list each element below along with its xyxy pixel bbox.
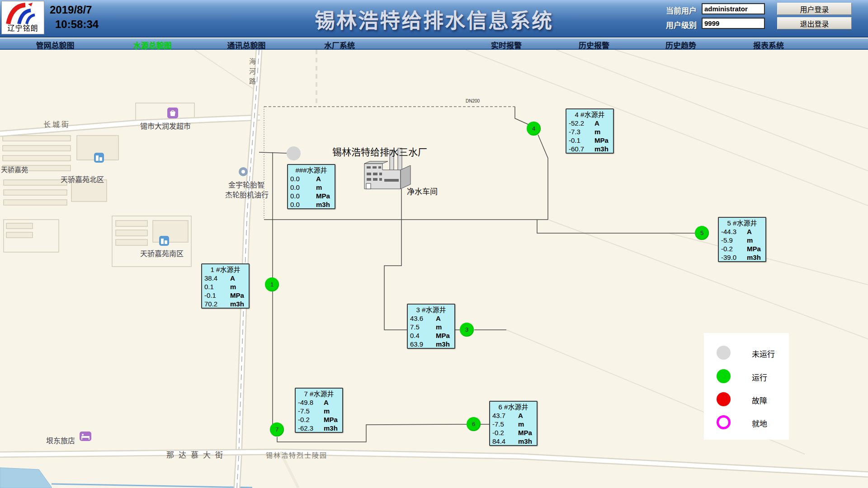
logout-button[interactable]: 退出登录 bbox=[777, 17, 852, 29]
nav-pipe-network-overview[interactable]: 管网总貌图 bbox=[36, 39, 75, 51]
well-current: -49.8 bbox=[298, 398, 313, 407]
unit-label: A bbox=[324, 398, 329, 407]
well-level: -5.9 bbox=[721, 236, 733, 244]
status-legend: 未运行 运行 故障 就地 bbox=[704, 333, 789, 440]
poi-label-tianjiao-south: 天骄嘉苑南区 bbox=[140, 248, 184, 258]
well-status-circle-3[interactable]: 3 bbox=[460, 323, 474, 337]
legend-stopped-label: 未运行 bbox=[752, 348, 775, 359]
unit-label: MPa bbox=[324, 415, 338, 424]
well-box-5[interactable]: 5 #水源井 -44.3A -5.9m -0.2MPa -39.0m3h bbox=[718, 217, 766, 262]
unit-label: m3h bbox=[324, 424, 338, 432]
unit-label: m3h bbox=[518, 437, 532, 446]
well-title: 3 #水源井 bbox=[410, 305, 452, 314]
well-pressure: -0.2 bbox=[492, 428, 504, 437]
legend-fault-icon bbox=[717, 392, 731, 406]
pipe-diameter-label: DN200 bbox=[466, 99, 480, 103]
well-title: ###水源井 bbox=[290, 166, 332, 174]
well-box-1[interactable]: 1 #水源井 38.4A 0.1m -0.1MPa 70.2m3h bbox=[201, 263, 250, 309]
tire-shop-icon[interactable] bbox=[239, 167, 248, 176]
nav-realtime-alarm[interactable]: 实时报警 bbox=[491, 39, 522, 51]
well-level: -7.3 bbox=[569, 127, 580, 136]
workshop-label: 净水车间 bbox=[407, 185, 438, 197]
well-pressure: -0.2 bbox=[721, 244, 733, 253]
well-box-4[interactable]: 4 #水源井 -52.2A -7.3m -0.1MPa -60.7m3h bbox=[566, 108, 614, 154]
well-pressure: -0.2 bbox=[298, 415, 310, 424]
legend-local-label: 就地 bbox=[752, 418, 767, 429]
well-current: 38.4 bbox=[204, 274, 217, 282]
well-number: 5 bbox=[700, 230, 703, 236]
water-area bbox=[0, 468, 252, 488]
well-current: 43.6 bbox=[410, 314, 423, 323]
scada-window: 辽宁铭朗 2019/8/7 10:58:34 锡林浩特给排水信息系统 当前用户 … bbox=[0, 0, 868, 488]
unit-label: A bbox=[436, 314, 441, 323]
well-flow: -39.0 bbox=[721, 253, 736, 262]
well-level: 7.5 bbox=[410, 323, 420, 331]
nav-report-system[interactable]: 报表系统 bbox=[753, 39, 784, 51]
well-title: 4 #水源井 bbox=[569, 110, 611, 119]
well-pressure: 0.4 bbox=[410, 331, 420, 340]
poi-label-tire-shop-2: 杰轮胎机油行 bbox=[225, 189, 269, 200]
well-number: 7 bbox=[275, 426, 278, 433]
user-level-field[interactable] bbox=[702, 18, 765, 29]
unit-label: MPa bbox=[594, 136, 609, 145]
well-flow: -60.7 bbox=[569, 145, 584, 153]
unit-label: m bbox=[436, 323, 442, 331]
district-south-icon[interactable] bbox=[159, 236, 169, 246]
unit-label: A bbox=[316, 174, 321, 183]
well-title: 1 #水源井 bbox=[204, 265, 246, 274]
well-flow: -62.3 bbox=[298, 424, 313, 432]
poi-label-tianjiao-north: 天骄嘉苑北区 bbox=[61, 174, 104, 184]
well-flow: 70.2 bbox=[204, 300, 217, 308]
well-flow: 63.9 bbox=[410, 340, 423, 348]
nav-history-alarm[interactable]: 历史报警 bbox=[579, 39, 609, 51]
nav-communication-overview[interactable]: 通讯总貌图 bbox=[227, 39, 266, 51]
user-level-label: 用户级别 bbox=[666, 19, 697, 30]
street-label-haihelu-north: 海河路 bbox=[247, 58, 257, 88]
unit-label: m3h bbox=[747, 253, 761, 262]
nav-history-trend[interactable]: 历史趋势 bbox=[665, 39, 696, 51]
title-bar: 辽宁铭朗 2019/8/7 10:58:34 锡林浩特给排水信息系统 当前用户 … bbox=[0, 0, 868, 38]
nav-water-plant-system[interactable]: 水厂系统 bbox=[324, 39, 355, 51]
legend-running-label: 运行 bbox=[752, 371, 767, 383]
poi-label-supermarket: 锡市大润发超市 bbox=[140, 120, 191, 131]
well-title: 7 #水源井 bbox=[298, 389, 340, 398]
unit-label: MPa bbox=[518, 428, 532, 437]
poi-label-hotel: 垠东旅店 bbox=[46, 435, 75, 446]
current-user-field[interactable] bbox=[702, 3, 765, 14]
street-label-changchengjie: 长城街 bbox=[43, 118, 71, 129]
well-status-circle-5[interactable]: 5 bbox=[695, 226, 709, 240]
well-current: 43.7 bbox=[492, 411, 505, 420]
legend-local-icon bbox=[717, 415, 731, 429]
well-level: 0.1 bbox=[204, 282, 214, 291]
user-login-button[interactable]: 用户登录 bbox=[777, 3, 852, 15]
well-number: 6 bbox=[472, 421, 475, 427]
poi-label-tire-shop-1: 金宇轮胎智 bbox=[228, 179, 264, 190]
well-box-7[interactable]: 7 #水源井 -49.8A -7.5m -0.2MPa -62.3m3h bbox=[295, 388, 343, 433]
unit-label: m3h bbox=[594, 145, 609, 153]
unit-label: m bbox=[747, 236, 753, 244]
well-box-unassigned[interactable]: ###水源井 0.0A 0.0m 0.0MPa 0.0m3h bbox=[287, 164, 335, 209]
district-north-icon[interactable] bbox=[94, 153, 104, 163]
well-status-circle-4[interactable]: 4 bbox=[527, 122, 541, 136]
map-canvas: 长城街 海河路 海河路 那达慕大街 锡林浩特烈士陵园 天骄嘉苑 天骄嘉苑北区 天… bbox=[0, 50, 868, 488]
well-status-circle-7[interactable]: 7 bbox=[270, 422, 284, 436]
well-status-circle-1[interactable]: 1 bbox=[265, 277, 279, 291]
supermarket-icon[interactable] bbox=[167, 108, 178, 118]
well-status-circle-unassigned[interactable] bbox=[287, 146, 301, 160]
legend-stopped-icon bbox=[717, 346, 731, 360]
well-flow: 0.0 bbox=[290, 200, 300, 209]
unit-label: MPa bbox=[316, 192, 330, 200]
well-box-6[interactable]: 6 #水源井 43.7A -7.5m -0.2MPa 84.4m3h bbox=[489, 401, 538, 446]
well-current: 0.0 bbox=[290, 174, 300, 183]
hotel-bed-icon[interactable] bbox=[80, 432, 91, 441]
unit-label: m3h bbox=[230, 300, 244, 308]
nav-water-source-overview[interactable]: 水源总貌图 bbox=[133, 39, 172, 51]
well-pressure: -0.1 bbox=[569, 136, 580, 145]
well-title: 5 #水源井 bbox=[721, 219, 763, 227]
unit-label: A bbox=[518, 411, 523, 420]
well-current: -44.3 bbox=[721, 227, 736, 236]
well-status-circle-6[interactable]: 6 bbox=[467, 417, 481, 431]
plant-name-label: 锡林浩特给排水三水厂 bbox=[332, 145, 427, 158]
legend-fault-label: 故障 bbox=[752, 394, 767, 406]
well-box-3[interactable]: 3 #水源井 43.6A 7.5m 0.4MPa 63.9m3h bbox=[407, 304, 455, 349]
